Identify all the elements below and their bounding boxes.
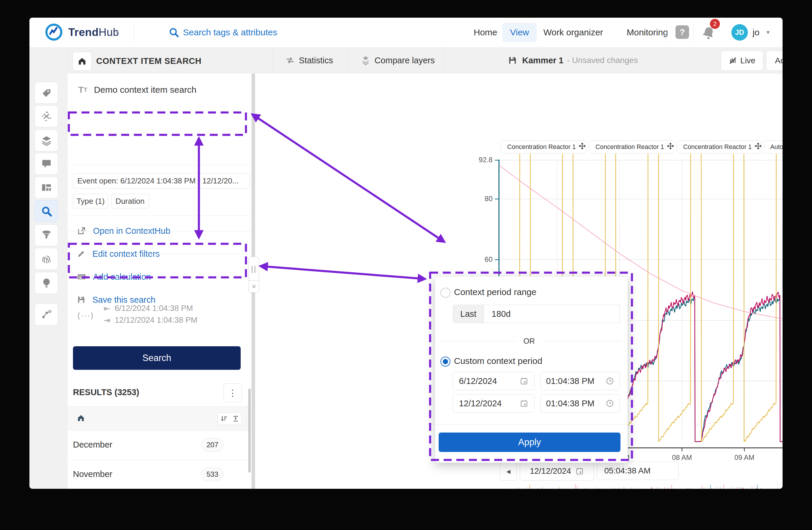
search-icon [41,205,52,217]
app-window: TrendHub ▾ Search tags & attributes Home… [29,18,783,489]
divider [68,165,251,165]
rail-dashboard-button[interactable] [35,177,58,198]
skip-end-icon: ⇥ [104,316,110,325]
notification-badge: 2 [710,19,720,29]
last-label: Last [453,305,484,323]
collapse-button[interactable] [230,413,242,425]
house-icon [77,56,87,66]
nav-work-organizer[interactable]: Work organizer [543,18,603,47]
divider [544,341,621,341]
result-row-november[interactable]: November533 [68,460,249,489]
type-filter-chip[interactable]: Type (1) [73,194,108,208]
divider [444,47,444,74]
calendar-icon [520,377,528,386]
custom-context-period-label: Custom context period [454,356,542,366]
search-button[interactable]: Search [73,346,241,370]
nav-view-active[interactable]: View [503,23,537,42]
search-time-range: ⟨···⟩ ⇤ 6/12/2024 1:04:38 PM ⇥ 12/12/202… [74,302,279,331]
statistics-button[interactable]: Statistics [285,47,333,74]
or-label: OR [523,337,535,346]
funnel-icon [41,230,52,241]
rail-calculations-button[interactable] [35,106,58,127]
layers-icon [41,135,52,146]
sort-button[interactable] [218,413,230,425]
unsaved-changes-label: - Unsaved changes [567,56,638,65]
rail-share-button[interactable] [35,304,58,325]
result-count-badge: 207 [201,438,223,452]
rail-fingerprint-button[interactable] [35,248,58,270]
context-period-popup: Context period range Last 180d OR Custom… [435,276,628,463]
apply-button[interactable]: Apply [439,433,621,452]
add-calculation-link[interactable]: Add calculation [76,268,151,285]
calendar-icon [520,399,528,408]
splitter-close-button[interactable]: × [249,280,259,293]
divider [134,22,134,43]
user-caret-icon[interactable]: ▾ [766,18,770,47]
live-toggle-button[interactable]: Live [721,51,763,71]
compare-layers-button[interactable]: Compare layers [360,47,435,74]
dashboard-icon [41,182,52,193]
result-row-december[interactable]: December207 [68,430,249,460]
clock-icon [606,399,614,408]
document-status: Kammer 1 - Unsaved changes [508,47,638,74]
left-icon-rail [29,47,68,489]
comment-icon [41,158,52,169]
duration-filter-chip[interactable]: Duration [111,194,149,208]
divider [272,47,273,74]
compare-layers-icon [360,55,371,66]
last-duration-input[interactable]: Last 180d [453,305,620,323]
rail-filter-button[interactable] [35,224,58,246]
open-contexthub-link[interactable]: Open in ContextHub [76,223,170,239]
actions-menu-button[interactable]: Actions▾ [766,51,783,71]
divider [68,277,251,277]
popup-end-date-field[interactable]: 12/12/2024 [453,394,535,413]
event-filter-chip[interactable]: Event open: 6/12/2024 1:04:38 PM - 12/12… [73,173,250,189]
popup-start-time-field[interactable]: 01:04:38 PM [540,372,620,390]
save-icon[interactable] [508,55,518,65]
result-label: November [73,469,112,479]
search-name: Demo context item search [94,85,196,95]
brand-caret-icon[interactable]: ▾ [115,18,119,47]
screenshot-frame: TrendHub ▾ Search tags & attributes Home… [0,0,812,530]
tag-icon [41,87,52,98]
custom-context-period-radio[interactable] [440,357,450,366]
context-period-range-radio[interactable] [440,288,450,298]
nav-monitoring[interactable]: Monitoring [627,18,668,47]
username[interactable]: jo [753,18,759,47]
divider [348,47,348,74]
nav-home[interactable]: Home [474,18,497,47]
help-icon[interactable]: ? [676,25,689,39]
result-label: December [73,440,112,450]
range-icon: ⟨···⟩ [77,311,94,320]
popup-start-date-field[interactable]: 6/12/2024 [453,372,535,390]
brand-name: TrendHub [68,18,119,47]
text-type-icon: TT [78,85,87,95]
divider [439,341,515,341]
divider [68,254,251,254]
results-heading: RESULTS (3253) [73,388,139,397]
external-link-icon [76,226,87,236]
panel-scrollbar[interactable] [248,389,251,473]
rail-comments-button[interactable] [35,153,58,175]
divider [666,22,667,43]
trendhub-logo-icon [44,23,63,42]
last-value: 180d [492,309,511,319]
rail-search-button-active[interactable] [35,200,58,222]
range-start-value: 6/12/2024 1:04:38 PM [115,304,193,313]
avatar[interactable]: JD [731,24,748,41]
formula-icon [41,111,52,122]
rail-tags-button[interactable] [35,82,58,104]
rail-layers-button[interactable] [35,129,58,151]
popup-end-time-field[interactable]: 01:04:38 PM [540,394,620,413]
divider [435,424,627,424]
edit-context-filters-link[interactable]: Edit context filters [76,246,160,262]
divider [68,215,251,216]
results-kebab-menu[interactable]: ⋮ [223,383,242,402]
splitter-drag-handle[interactable]: || [249,257,259,281]
home-group-icon [76,414,85,422]
rail-recommendations-button[interactable] [35,272,58,294]
home-view-button[interactable] [73,52,91,71]
search-icon [168,27,179,38]
search-tags-input[interactable]: Search tags & attributes [183,18,277,47]
results-group-header[interactable] [68,406,249,431]
